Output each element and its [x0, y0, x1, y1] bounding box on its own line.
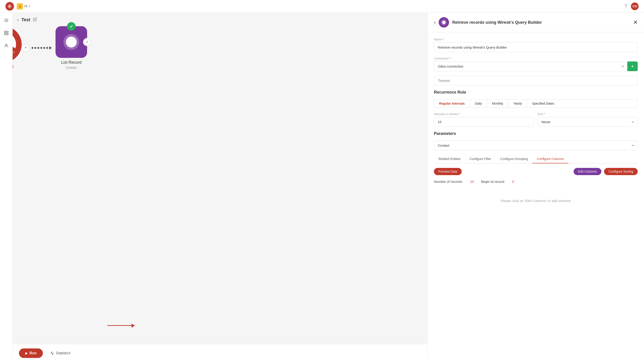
- bottom-bar: ▶ Run Statistics: [13, 344, 428, 362]
- workspace-chevron: ▾: [29, 5, 30, 8]
- preview-data-button[interactable]: Preview Data: [434, 168, 462, 175]
- help-button[interactable]: ?: [624, 4, 627, 9]
- subtab-related-entities[interactable]: Related Entities: [434, 155, 465, 163]
- recurrence-title: Recurrence Rule: [434, 90, 638, 95]
- intervals-input[interactable]: [434, 117, 534, 127]
- subtab-configure-grouping[interactable]: Configure Grouping: [496, 155, 532, 163]
- connector: [30, 46, 54, 50]
- begin-value[interactable]: 0: [512, 180, 514, 184]
- recurrence-fields: Intervals in minute * End * Never: [434, 112, 638, 127]
- statistics-button[interactable]: Statistics: [46, 349, 74, 357]
- intervals-field: Intervals in minute *: [434, 112, 534, 127]
- empty-state: Please click on "Edit Columns" to add co…: [434, 188, 638, 214]
- records-row: Number of records: 10 Begin at record: 0: [434, 180, 638, 184]
- action-buttons-row: Preview Data Edit Columns Configure Sort…: [434, 168, 638, 175]
- timeout-field-group: [434, 76, 638, 85]
- back-button[interactable]: ‹: [17, 17, 19, 22]
- canvas-area: ‹ Test: [13, 13, 428, 362]
- trigger-label: TRIGGER: [13, 65, 14, 69]
- connection-label: Connection *: [434, 57, 638, 60]
- svg-point-8: [6, 44, 7, 46]
- sidebar-user-icon[interactable]: [2, 42, 10, 50]
- sidebar-menu-icon[interactable]: [2, 16, 10, 24]
- svg-rect-6: [4, 34, 6, 35]
- left-sidebar: [0, 13, 13, 362]
- connection-select[interactable]: Odoo connection: [434, 62, 627, 71]
- records-label: Number of records:: [434, 180, 463, 184]
- edit-title-icon[interactable]: [33, 18, 37, 22]
- workspace-selector[interactable]: 🔶 IT ▾: [17, 3, 30, 10]
- trigger-badge: http://: [13, 47, 17, 58]
- app-logo: [6, 2, 14, 11]
- begin-label: Begin at record:: [481, 180, 505, 184]
- trigger-node[interactable]: http:// TRIGGER: [13, 26, 22, 69]
- svg-rect-4: [4, 31, 6, 33]
- name-input[interactable]: [434, 43, 638, 52]
- name-label: Name *: [434, 38, 638, 41]
- svg-rect-7: [6, 34, 8, 35]
- tab-yearly[interactable]: Yearly: [508, 99, 527, 108]
- workspace-icon: 🔶: [17, 3, 23, 10]
- parameters-title: Parameters: [434, 131, 638, 136]
- end-field: End * Never: [538, 112, 638, 127]
- add-step-button-1[interactable]: +: [22, 44, 30, 52]
- statistics-icon: [50, 351, 54, 355]
- tab-daily[interactable]: Daily: [470, 99, 487, 108]
- add-step-button-2[interactable]: +: [83, 38, 91, 46]
- edit-columns-button[interactable]: Edit Columns: [574, 168, 601, 175]
- right-panel: ‹ Retrieve records using Wiresk's Query …: [428, 13, 644, 362]
- panel-back-button[interactable]: ‹: [434, 20, 436, 25]
- subtab-configure-filter[interactable]: Configure Filter: [465, 155, 496, 163]
- canvas-arrow-indicator: [108, 325, 134, 326]
- panel-close-button[interactable]: ✕: [633, 19, 638, 26]
- configure-sorting-button[interactable]: Configure Sorting: [604, 168, 638, 175]
- action-node-label: List Record: [61, 60, 82, 65]
- recurrence-tab-group: Regular Intervals Daily Monthly Yearly S…: [434, 99, 638, 108]
- action-node[interactable]: 1 ✓ + List Record Contact: [56, 26, 87, 69]
- tab-specified-dates[interactable]: Specified Dates: [527, 99, 559, 108]
- end-select[interactable]: Never: [538, 117, 638, 127]
- action-check-icon: ✓: [67, 22, 76, 31]
- page-title: Test: [22, 17, 30, 22]
- intervals-label: Intervals in minute *: [434, 112, 534, 116]
- timeout-input[interactable]: [434, 76, 638, 85]
- end-label: End *: [538, 112, 638, 116]
- parameters-select[interactable]: Contact: [434, 140, 638, 150]
- sidebar-grid-icon[interactable]: [2, 29, 10, 37]
- connection-add-button[interactable]: +: [627, 62, 638, 71]
- user-avatar[interactable]: CO: [631, 3, 638, 10]
- panel-title: Retrieve records using Wiresk's Query Bu…: [452, 20, 630, 25]
- panel-header: ‹ Retrieve records using Wiresk's Query …: [428, 13, 644, 32]
- run-play-icon: ▶: [25, 351, 28, 355]
- records-value[interactable]: 10: [470, 180, 474, 184]
- name-field-group: Name *: [434, 38, 638, 52]
- subtab-group: Related Entities Configure Filter Config…: [434, 155, 638, 163]
- connection-field-group: Connection * Odoo connection +: [434, 57, 638, 71]
- action-node-subtitle: Contact: [66, 66, 77, 69]
- panel-icon: [439, 17, 449, 28]
- run-button[interactable]: ▶ Run: [19, 348, 43, 358]
- svg-rect-5: [6, 31, 8, 33]
- subtab-configure-columns[interactable]: Configure Columns: [532, 155, 568, 163]
- tab-regular-intervals[interactable]: Regular Intervals: [434, 99, 470, 108]
- workspace-name: IT: [24, 4, 27, 8]
- tab-monthly[interactable]: Monthly: [487, 99, 508, 108]
